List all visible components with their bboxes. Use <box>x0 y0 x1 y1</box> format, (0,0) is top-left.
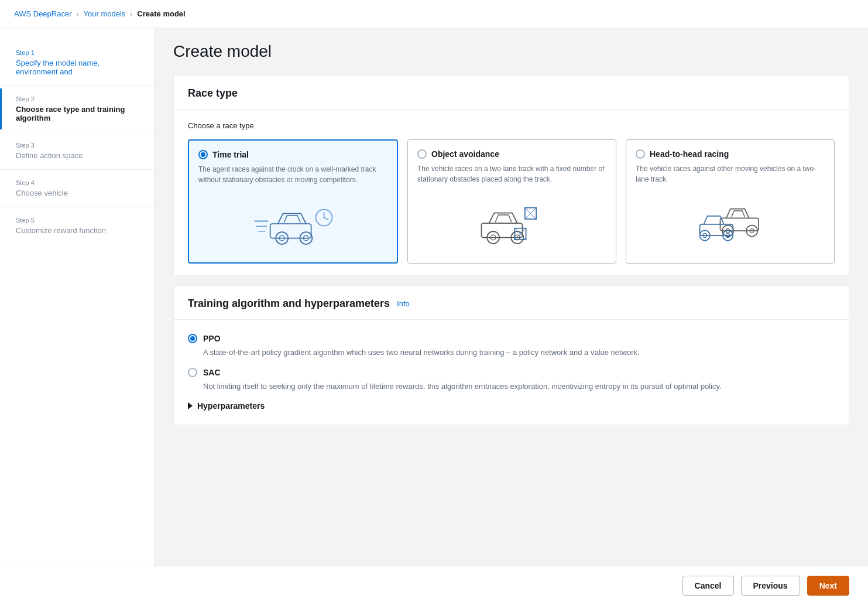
sidebar-step1-title: Specify the model name, environment and <box>16 59 140 76</box>
race-type-title: Race type <box>188 87 238 99</box>
race-option-time-trial-name: Time trial <box>212 150 249 159</box>
page-title: Create model <box>173 42 849 61</box>
sidebar-step4-title: Choose vehicle <box>16 189 140 197</box>
race-option-time-trial-img <box>198 194 387 253</box>
radio-ppo[interactable] <box>188 334 197 343</box>
sidebar-step5: Step 5 Customize reward function <box>0 210 154 242</box>
algo-sac-header[interactable]: SAC <box>188 368 835 377</box>
race-option-head-to-head-name: Head-to-head racing <box>650 149 729 159</box>
main-content: Create model Race type Choose a race typ… <box>155 28 868 604</box>
info-link[interactable]: Info <box>397 299 410 308</box>
cancel-button[interactable]: Cancel <box>682 576 734 596</box>
radio-time-trial[interactable] <box>198 150 208 159</box>
race-type-choose-label: Choose a race type <box>188 121 835 130</box>
breadcrumb-sep-1: › <box>77 10 79 18</box>
sidebar-step5-title: Customize reward function <box>16 226 140 235</box>
sidebar-step4-label: Step 4 <box>16 179 140 186</box>
race-option-head-to-head-desc: The vehicle races against other moving v… <box>636 163 825 184</box>
algo-sac-name: SAC <box>203 368 221 377</box>
breadcrumb-your-models[interactable]: Your models <box>84 9 126 18</box>
svg-line-10 <box>324 218 328 220</box>
sidebar: Step 1 Specify the model name, environme… <box>0 28 155 604</box>
race-option-head-to-head[interactable]: Head-to-head racing The vehicle races ag… <box>626 139 835 264</box>
race-option-time-trial[interactable]: Time trial The agent races against the c… <box>188 139 398 264</box>
sidebar-step1-label: Step 1 <box>16 49 140 56</box>
race-option-object-avoidance-name: Object avoidance <box>431 149 499 159</box>
training-header: Training algorithm and hyperparameters I… <box>174 286 849 320</box>
race-option-object-avoidance-header: Object avoidance <box>417 149 606 159</box>
algo-sac-desc: Not limiting itself to seeking only the … <box>203 381 835 392</box>
algo-ppo-header[interactable]: PPO <box>188 334 835 343</box>
race-type-section: Race type Choose a race type Time trial … <box>173 75 849 276</box>
race-option-object-avoidance[interactable]: Object avoidance The vehicle races on a … <box>407 139 616 264</box>
hyperparameters-toggle[interactable]: Hyperparameters <box>188 401 835 411</box>
race-option-object-avoidance-desc: The vehicle races on a two-lane track wi… <box>417 163 606 184</box>
race-type-header: Race type <box>174 76 849 110</box>
sidebar-step4: Step 4 Choose vehicle <box>0 172 154 204</box>
next-button[interactable]: Next <box>807 576 849 596</box>
triangle-icon <box>188 402 193 409</box>
sidebar-step3: Step 3 Define action space <box>0 135 154 167</box>
algo-ppo-desc: A state-of-the-art policy gradient algor… <box>203 347 835 358</box>
radio-object-avoidance[interactable] <box>417 149 427 159</box>
sidebar-step1[interactable]: Step 1 Specify the model name, environme… <box>0 42 154 83</box>
race-option-time-trial-header: Time trial <box>198 150 387 159</box>
breadcrumb: AWS DeepRacer › Your models › Create mod… <box>0 0 868 28</box>
training-section: Training algorithm and hyperparameters I… <box>173 285 849 425</box>
radio-sac[interactable] <box>188 368 197 377</box>
footer: Cancel Previous Next <box>0 566 868 605</box>
sidebar-step2-label: Step 2 <box>16 95 140 102</box>
breadcrumb-current: Create model <box>137 9 185 18</box>
race-option-object-avoidance-img <box>417 194 606 252</box>
race-option-head-to-head-header: Head-to-head racing <box>636 149 825 159</box>
algo-ppo: PPO A state-of-the-art policy gradient a… <box>188 334 835 358</box>
sidebar-step3-title: Define action space <box>16 151 140 160</box>
race-option-time-trial-desc: The agent races against the clock on a w… <box>198 164 387 185</box>
breadcrumb-deepracer[interactable]: AWS DeepRacer <box>14 9 72 18</box>
sidebar-step3-label: Step 3 <box>16 142 140 149</box>
algo-ppo-name: PPO <box>203 334 221 343</box>
sidebar-step5-label: Step 5 <box>16 217 140 224</box>
algo-sac: SAC Not limiting itself to seeking only … <box>188 368 835 392</box>
radio-head-to-head[interactable] <box>636 149 645 159</box>
breadcrumb-sep-2: › <box>130 10 132 18</box>
hyperparameters-label: Hyperparameters <box>197 401 265 411</box>
race-type-body: Choose a race type Time trial The agent … <box>174 110 849 275</box>
sidebar-step2[interactable]: Step 2 Choose race type and training alg… <box>0 88 154 129</box>
race-options-container: Time trial The agent races against the c… <box>188 139 835 264</box>
training-title: Training algorithm and hyperparameters <box>188 298 390 310</box>
training-body: PPO A state-of-the-art policy gradient a… <box>174 320 849 425</box>
previous-button[interactable]: Previous <box>741 576 800 596</box>
sidebar-step2-title: Choose race type and training algorithm <box>16 105 140 122</box>
race-option-head-to-head-img <box>636 194 825 252</box>
